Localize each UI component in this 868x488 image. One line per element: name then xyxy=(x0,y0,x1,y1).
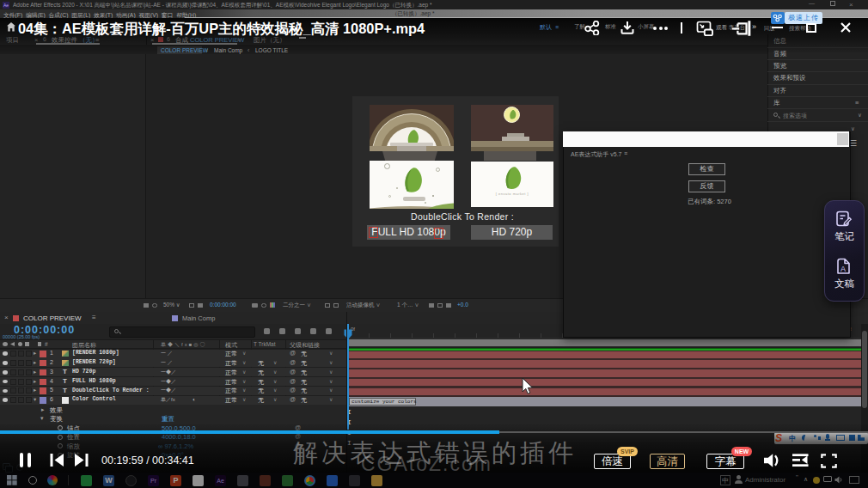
svg-text:A: A xyxy=(840,265,846,273)
